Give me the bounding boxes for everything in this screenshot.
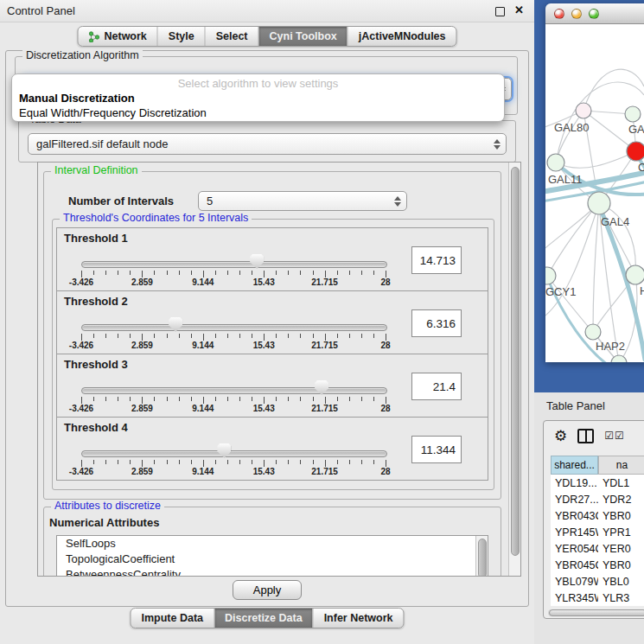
threshold-value-field[interactable]: 21.4: [411, 373, 462, 400]
tab-network[interactable]: Network: [78, 27, 156, 46]
table-cell: YLR345W: [551, 592, 598, 604]
slider-tick-labels: -3.4262.8599.14415.4321.71528: [81, 467, 386, 477]
number-of-intervals-combobox[interactable]: 5: [198, 191, 407, 211]
table-header-row: shared...na: [551, 456, 644, 475]
control-panel: Control Panel ✕ NetworkStyleSelectCyni T…: [0, 0, 535, 644]
network-node[interactable]: [585, 324, 601, 340]
numerical-attributes-list[interactable]: SelfLoopsTopologicalCoefficientBetweenne…: [56, 535, 488, 577]
table-data-combobox[interactable]: galFiltered.sif default node: [28, 133, 507, 155]
network-node-label: GAL11: [548, 173, 583, 186]
tab-discretize-data[interactable]: Discretize Data: [214, 609, 313, 628]
table-panel-toolbar: ⚙ ☑☑: [544, 421, 644, 450]
slider-track[interactable]: [81, 387, 387, 394]
table-panel: ⚙ ☑☑ shared...na YDL19...YDL1YDR27...YDR…: [543, 420, 644, 619]
network-node[interactable]: [576, 103, 591, 118]
tab-label: Style: [169, 30, 194, 42]
network-edge[interactable]: [545, 203, 599, 318]
network-node-label: H: [640, 284, 644, 297]
table-cell: YDR27...: [551, 494, 598, 506]
threshold-panel: Threshold 4-3.4262.8599.14415.4321.71528…: [56, 417, 488, 481]
tab-style[interactable]: Style: [157, 27, 205, 46]
minimize-traffic-light[interactable]: [571, 9, 582, 19]
tab-jactivemnodules[interactable]: jActiveMNodules: [348, 27, 456, 46]
combo-stepper-icon: [494, 139, 501, 150]
network-canvas[interactable]: GAL80GACGAL11GAL4GCY1HHAP2: [545, 24, 644, 362]
table-cell: YBL0: [598, 576, 644, 588]
table-row[interactable]: YDL19...YDL1: [551, 475, 644, 491]
tab-label: Select: [216, 30, 248, 42]
thresholds-group: Threshold's Coordinates for 5 Intervals …: [52, 219, 494, 490]
table-cell: YDL1: [598, 477, 644, 489]
thresholds-container: Threshold 1-3.4262.8599.14415.4321.71528…: [56, 227, 488, 481]
table-row[interactable]: YLR345WYLR3: [551, 590, 644, 606]
network-node[interactable]: [626, 265, 644, 284]
algorithm-option[interactable]: Equal Width/Frequency Discretization: [19, 106, 207, 119]
tab-cyni-toolbox[interactable]: Cyni Toolbox: [258, 27, 348, 46]
network-node[interactable]: [545, 267, 556, 284]
tab-select[interactable]: Select: [205, 27, 258, 46]
table-cell: YER0: [598, 543, 644, 555]
attribute-list-item[interactable]: TopologicalCoefficient: [57, 552, 488, 567]
node-table[interactable]: shared...na YDL19...YDL1YDR27...YDR2YBR0…: [551, 456, 644, 606]
table-column-header[interactable]: shared...: [551, 456, 598, 475]
network-window-frame: GAL80GACGAL11GAL4GCY1HHAP2: [534, 0, 644, 392]
table-row[interactable]: YPR145WYPR1: [551, 524, 644, 540]
table-row[interactable]: YBR045CYBR0: [551, 557, 644, 573]
threshold-label: Threshold 1: [64, 232, 128, 245]
zoom-traffic-light[interactable]: [589, 9, 599, 19]
network-edge[interactable]: [583, 69, 644, 111]
slider-ticks: [81, 333, 386, 341]
tab-label: Cyni Toolbox: [270, 30, 337, 42]
algorithm-popup-hint: Select algorithm to view settings: [12, 77, 504, 90]
tab-impute-data[interactable]: Impute Data: [131, 609, 214, 628]
settings-vertical-scrollbar[interactable]: [508, 163, 520, 576]
slider-tick-labels: -3.4262.8599.14415.4321.71528: [81, 341, 386, 351]
threshold-value-field[interactable]: 14.713: [411, 246, 462, 274]
tab-label: Impute Data: [141, 612, 203, 624]
close-icon[interactable]: ✕: [514, 3, 524, 16]
table-cell: YBL079W: [551, 576, 598, 588]
slider-track[interactable]: [81, 324, 387, 331]
discretization-algorithm-legend: Discretization Algorithm: [22, 49, 143, 61]
threshold-label: Threshold 4: [64, 421, 128, 434]
network-edge[interactable]: [556, 151, 636, 168]
table-row[interactable]: YBR043CYBR0: [551, 507, 644, 524]
slider-track[interactable]: [81, 450, 387, 457]
attributes-list-scrollbar[interactable]: [475, 536, 488, 577]
split-columns-icon[interactable]: [577, 429, 594, 443]
algorithm-option[interactable]: Manual Discretization: [19, 92, 135, 105]
select-checkboxes-icon[interactable]: ☑☑: [604, 430, 625, 442]
network-node-label: GAL4: [601, 215, 629, 228]
attribute-list-item[interactable]: SelfLoops: [57, 536, 488, 552]
threshold-panel: Threshold 2-3.4262.8599.14415.4321.71528…: [56, 290, 488, 354]
threshold-value-field[interactable]: 6.316: [411, 309, 462, 337]
attributes-legend: Attributes to discretize: [51, 500, 164, 512]
close-traffic-light[interactable]: [554, 9, 564, 19]
interval-definition-group: Interval Definition Number of Intervals …: [43, 171, 501, 500]
threshold-panel: Threshold 1-3.4262.8599.14415.4321.71528…: [56, 227, 488, 291]
attribute-list-item[interactable]: BetweennessCentrality: [57, 567, 488, 577]
table-row[interactable]: YER054CYER0: [551, 540, 644, 557]
table-cell: YER054C: [551, 543, 598, 555]
apply-button[interactable]: Apply: [233, 580, 302, 600]
network-node[interactable]: [588, 192, 610, 214]
table-column-header[interactable]: na: [598, 456, 644, 475]
threshold-value-field[interactable]: 11.344: [411, 436, 462, 463]
network-edge[interactable]: [593, 203, 599, 332]
tab-infer-network[interactable]: Infer Network: [313, 609, 404, 628]
table-row[interactable]: YDR27...YDR2: [551, 491, 644, 507]
top-tab-bar: NetworkStyleSelectCyni ToolboxjActiveMNo…: [77, 26, 456, 47]
cyni-toolbox-panel: Discretization Algorithm Select algorith…: [5, 50, 529, 607]
table-horizontal-scrollbar[interactable]: [548, 609, 644, 616]
slider-track[interactable]: [81, 261, 387, 268]
table-row[interactable]: YBL079WYBL0: [551, 573, 644, 590]
network-node[interactable]: [547, 154, 564, 171]
bottom-tab-bar: Impute DataDiscretize DataInfer Network: [130, 608, 404, 628]
network-node[interactable]: [625, 106, 641, 122]
network-graph: GAL80GACGAL11GAL4GCY1HHAP2: [545, 24, 644, 362]
gear-icon[interactable]: ⚙: [554, 429, 567, 443]
tab-label: Discretize Data: [225, 612, 303, 624]
network-window-titlebar: [545, 3, 644, 24]
float-panel-icon[interactable]: [495, 7, 505, 16]
network-node[interactable]: [627, 142, 644, 161]
